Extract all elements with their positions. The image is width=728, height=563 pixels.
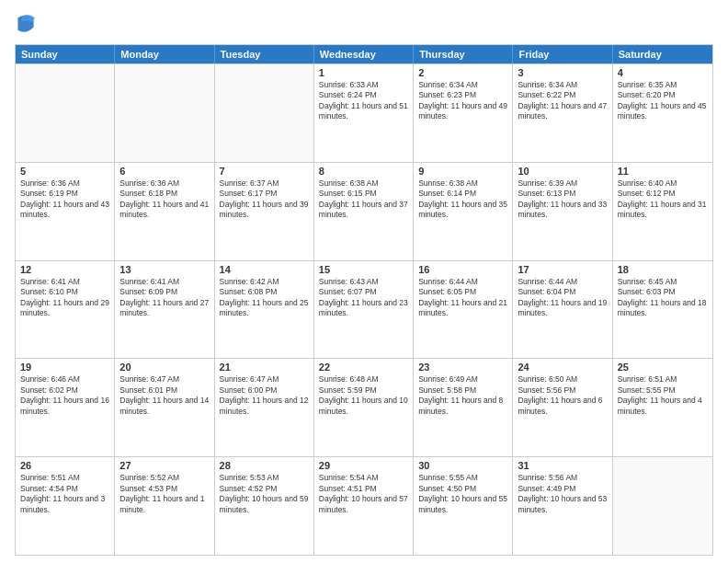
day-cell-31: 31Sunrise: 5:56 AMSunset: 4:49 PMDayligh…: [513, 457, 612, 555]
day-cell-2: 2Sunrise: 6:34 AMSunset: 6:23 PMDaylight…: [414, 64, 513, 162]
calendar-row-2: 12Sunrise: 6:41 AMSunset: 6:10 PMDayligh…: [16, 260, 712, 359]
day-number: 28: [220, 460, 309, 471]
day-number: 12: [20, 264, 109, 275]
day-cell-16: 16Sunrise: 6:44 AMSunset: 6:05 PMDayligh…: [414, 261, 513, 359]
day-number: 22: [319, 362, 408, 373]
day-info: Sunrise: 6:51 AMSunset: 5:55 PMDaylight:…: [618, 374, 708, 417]
day-cell-14: 14Sunrise: 6:42 AMSunset: 6:08 PMDayligh…: [215, 261, 314, 359]
day-number: 6: [119, 166, 209, 177]
day-cell-27: 27Sunrise: 5:52 AMSunset: 4:53 PMDayligh…: [115, 457, 214, 555]
day-cell-24: 24Sunrise: 6:50 AMSunset: 5:56 PMDayligh…: [513, 359, 612, 456]
day-number: 26: [20, 460, 109, 471]
day-number: 2: [418, 67, 507, 78]
empty-cell: [215, 64, 314, 162]
day-cell-9: 9Sunrise: 6:38 AMSunset: 6:14 PMDaylight…: [414, 163, 513, 260]
day-number: 17: [518, 264, 607, 275]
header-day-sunday: Sunday: [16, 45, 115, 63]
calendar: SundayMondayTuesdayWednesdayThursdayFrid…: [15, 44, 713, 556]
day-cell-15: 15Sunrise: 6:43 AMSunset: 6:07 PMDayligh…: [314, 261, 414, 359]
day-number: 19: [20, 362, 109, 373]
calendar-row-0: 1Sunrise: 6:33 AMSunset: 6:24 PMDaylight…: [16, 63, 712, 162]
day-number: 25: [618, 362, 708, 373]
header-day-tuesday: Tuesday: [215, 45, 314, 63]
day-info: Sunrise: 6:39 AMSunset: 6:13 PMDaylight:…: [518, 178, 607, 221]
day-number: 13: [119, 264, 209, 275]
day-info: Sunrise: 6:35 AMSunset: 6:20 PMDaylight:…: [618, 80, 708, 122]
day-info: Sunrise: 6:48 AMSunset: 5:59 PMDaylight:…: [319, 374, 408, 417]
day-info: Sunrise: 6:44 AMSunset: 6:04 PMDaylight:…: [518, 277, 607, 319]
day-cell-19: 19Sunrise: 6:46 AMSunset: 6:02 PMDayligh…: [16, 359, 115, 456]
header-day-monday: Monday: [115, 45, 214, 63]
day-info: Sunrise: 6:45 AMSunset: 6:03 PMDaylight:…: [618, 277, 708, 319]
day-number: 14: [220, 264, 309, 275]
empty-cell: [115, 64, 214, 162]
day-cell-20: 20Sunrise: 6:47 AMSunset: 6:01 PMDayligh…: [115, 359, 214, 456]
day-cell-12: 12Sunrise: 6:41 AMSunset: 6:10 PMDayligh…: [16, 261, 115, 359]
day-cell-6: 6Sunrise: 6:36 AMSunset: 6:18 PMDaylight…: [115, 163, 214, 260]
day-info: Sunrise: 5:56 AMSunset: 4:49 PMDaylight:…: [518, 473, 607, 515]
day-cell-26: 26Sunrise: 5:51 AMSunset: 4:54 PMDayligh…: [16, 457, 115, 555]
day-cell-21: 21Sunrise: 6:47 AMSunset: 6:00 PMDayligh…: [215, 359, 314, 456]
empty-cell: [16, 64, 115, 162]
day-number: 16: [418, 264, 507, 275]
day-info: Sunrise: 5:55 AMSunset: 4:50 PMDaylight:…: [418, 473, 507, 515]
day-info: Sunrise: 6:41 AMSunset: 6:09 PMDaylight:…: [119, 277, 209, 319]
day-info: Sunrise: 6:38 AMSunset: 6:14 PMDaylight:…: [418, 178, 507, 221]
day-cell-7: 7Sunrise: 6:37 AMSunset: 6:17 PMDaylight…: [215, 163, 314, 260]
day-number: 21: [220, 362, 309, 373]
day-number: 4: [618, 67, 708, 78]
page-header: [15, 11, 713, 37]
day-info: Sunrise: 6:34 AMSunset: 6:22 PMDaylight:…: [518, 80, 607, 122]
day-number: 7: [220, 166, 309, 177]
day-cell-18: 18Sunrise: 6:45 AMSunset: 6:03 PMDayligh…: [613, 261, 712, 359]
calendar-header: SundayMondayTuesdayWednesdayThursdayFrid…: [16, 45, 712, 63]
day-cell-1: 1Sunrise: 6:33 AMSunset: 6:24 PMDaylight…: [314, 64, 414, 162]
day-info: Sunrise: 6:33 AMSunset: 6:24 PMDaylight:…: [319, 80, 408, 122]
day-info: Sunrise: 5:52 AMSunset: 4:53 PMDaylight:…: [119, 473, 209, 515]
day-number: 27: [119, 460, 209, 471]
day-info: Sunrise: 6:46 AMSunset: 6:02 PMDaylight:…: [20, 374, 109, 417]
day-info: Sunrise: 5:54 AMSunset: 4:51 PMDaylight:…: [319, 473, 408, 515]
day-number: 11: [618, 166, 708, 177]
day-info: Sunrise: 6:36 AMSunset: 6:18 PMDaylight:…: [119, 178, 209, 221]
day-cell-11: 11Sunrise: 6:40 AMSunset: 6:12 PMDayligh…: [613, 163, 712, 260]
day-cell-17: 17Sunrise: 6:44 AMSunset: 6:04 PMDayligh…: [513, 261, 612, 359]
day-info: Sunrise: 6:47 AMSunset: 6:00 PMDaylight:…: [220, 374, 309, 417]
header-day-friday: Friday: [513, 45, 612, 63]
day-cell-30: 30Sunrise: 5:55 AMSunset: 4:50 PMDayligh…: [414, 457, 513, 555]
day-info: Sunrise: 6:44 AMSunset: 6:05 PMDaylight:…: [418, 277, 507, 319]
day-info: Sunrise: 6:40 AMSunset: 6:12 PMDaylight:…: [618, 178, 708, 221]
day-number: 9: [418, 166, 507, 177]
day-info: Sunrise: 5:53 AMSunset: 4:52 PMDaylight:…: [220, 473, 309, 515]
header-day-wednesday: Wednesday: [314, 45, 414, 63]
day-cell-29: 29Sunrise: 5:54 AMSunset: 4:51 PMDayligh…: [314, 457, 414, 555]
day-number: 3: [518, 67, 607, 78]
logo: [15, 11, 40, 37]
day-cell-28: 28Sunrise: 5:53 AMSunset: 4:52 PMDayligh…: [215, 457, 314, 555]
day-cell-4: 4Sunrise: 6:35 AMSunset: 6:20 PMDaylight…: [613, 64, 712, 162]
logo-icon: [15, 11, 37, 37]
day-number: 29: [319, 460, 408, 471]
day-number: 10: [518, 166, 607, 177]
header-day-saturday: Saturday: [613, 45, 712, 63]
day-number: 24: [518, 362, 607, 373]
day-info: Sunrise: 6:43 AMSunset: 6:07 PMDaylight:…: [319, 277, 408, 319]
day-cell-13: 13Sunrise: 6:41 AMSunset: 6:09 PMDayligh…: [115, 261, 214, 359]
day-info: Sunrise: 5:51 AMSunset: 4:54 PMDaylight:…: [20, 473, 109, 515]
empty-cell: [613, 457, 712, 555]
day-number: 30: [418, 460, 507, 471]
day-info: Sunrise: 6:47 AMSunset: 6:01 PMDaylight:…: [119, 374, 209, 417]
day-number: 5: [20, 166, 109, 177]
calendar-row-1: 5Sunrise: 6:36 AMSunset: 6:19 PMDaylight…: [16, 162, 712, 260]
day-number: 15: [319, 264, 408, 275]
day-number: 20: [119, 362, 209, 373]
day-cell-3: 3Sunrise: 6:34 AMSunset: 6:22 PMDaylight…: [513, 64, 612, 162]
day-number: 8: [319, 166, 408, 177]
day-number: 18: [618, 264, 708, 275]
day-cell-25: 25Sunrise: 6:51 AMSunset: 5:55 PMDayligh…: [613, 359, 712, 456]
day-cell-10: 10Sunrise: 6:39 AMSunset: 6:13 PMDayligh…: [513, 163, 612, 260]
day-cell-5: 5Sunrise: 6:36 AMSunset: 6:19 PMDaylight…: [16, 163, 115, 260]
day-info: Sunrise: 6:36 AMSunset: 6:19 PMDaylight:…: [20, 178, 109, 221]
day-info: Sunrise: 6:41 AMSunset: 6:10 PMDaylight:…: [20, 277, 109, 319]
day-info: Sunrise: 6:34 AMSunset: 6:23 PMDaylight:…: [418, 80, 507, 122]
